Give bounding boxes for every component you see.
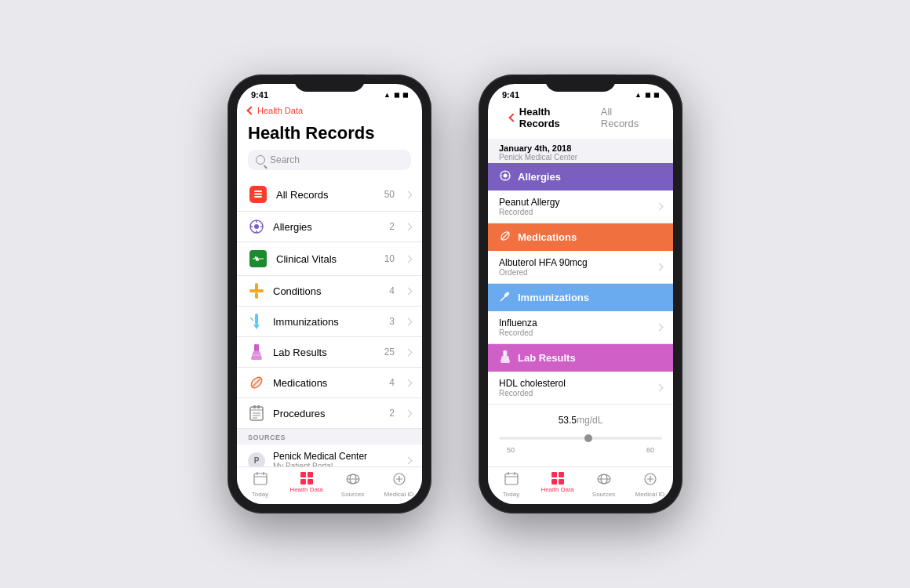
tab-medicalid-label-r: Medical ID <box>635 491 665 498</box>
chart-dot <box>584 434 592 442</box>
imm-influenza-entry[interactable]: Influenza Recorded <box>488 311 673 344</box>
allergies-cat-icon <box>499 169 511 184</box>
procedures-icon <box>248 405 265 422</box>
chevron-right-icon <box>405 457 413 465</box>
svg-point-37 <box>504 174 508 178</box>
all-records-count: 50 <box>384 189 395 200</box>
allergy-peanut-status: Recorded <box>499 208 657 216</box>
immunizations-cat-icon <box>499 290 511 305</box>
svg-rect-2 <box>254 196 262 198</box>
category-allergies-header[interactable]: Allergies <box>488 163 673 191</box>
record-date: January 4th, 2018 <box>499 143 662 153</box>
chevron-right-icon <box>405 287 413 295</box>
med-albuterol-status: Ordered <box>499 268 657 277</box>
list-item[interactable]: Lab Results 25 <box>237 337 422 368</box>
tab-today-label: Today <box>252 491 268 498</box>
chevron-right-icon <box>405 318 413 325</box>
tab-today-label-r: Today <box>503 491 519 498</box>
source-penick-icon: P <box>248 452 265 467</box>
tab-sources-left[interactable]: Sources <box>329 472 376 498</box>
svg-line-14 <box>250 318 253 321</box>
allergies-icon <box>248 218 265 235</box>
imm-influenza-status: Recorded <box>499 328 657 337</box>
tab-medicalid-right[interactable]: Medical ID <box>627 472 673 498</box>
screen-right: 9:41 ▲ ◼ ◼ Health Records All Records <box>488 84 673 504</box>
tab-sources-right[interactable]: Sources <box>581 472 627 498</box>
nav-back-left[interactable]: Health Data <box>248 106 411 115</box>
wifi-icon-r: ◼ <box>645 91 650 99</box>
svg-rect-16 <box>257 344 259 351</box>
list-item[interactable]: Medications 4 <box>237 368 422 398</box>
back-chevron-right <box>508 113 517 122</box>
nav-title-right: All Records <box>601 106 651 129</box>
status-time-right: 9:41 <box>502 90 519 100</box>
tab-today-right[interactable]: Today <box>488 472 534 498</box>
allergies-count: 2 <box>389 221 395 232</box>
nav-back-right[interactable]: Health Records <box>510 106 592 129</box>
all-records-icon-shape <box>249 186 267 203</box>
svg-rect-24 <box>257 405 260 408</box>
chevron-right-icon <box>405 348 413 356</box>
nav-bar-left: Health Data <box>237 103 422 120</box>
category-immunizations-header[interactable]: Immunizations <box>488 284 673 311</box>
tab-healthdata-right[interactable]: Health Data <box>534 472 581 498</box>
list-item[interactable]: Conditions 4 <box>237 276 422 307</box>
chevron-right-icon <box>405 255 413 263</box>
search-bar[interactable]: Search <box>248 150 411 170</box>
tab-medicalid-left[interactable]: Medical ID <box>376 472 422 498</box>
status-icons-left: ▲ ◼ ◼ <box>384 91 408 99</box>
med-albuterol-entry[interactable]: Albuterol HFA 90mcg Ordered <box>488 251 673 284</box>
chart-track <box>499 437 662 440</box>
allergies-cat-label: Allergies <box>518 171 561 183</box>
list-item[interactable]: Immunizations 3 <box>237 307 422 337</box>
status-time-left: 9:41 <box>251 90 268 100</box>
tab-sources-label: Sources <box>341 491 364 498</box>
chevron-right-icon <box>405 223 413 230</box>
svg-point-4 <box>254 224 259 229</box>
medications-label: Medications <box>273 377 381 389</box>
lab-cat-icon <box>499 350 511 365</box>
tab-healthdata-label-r: Health Data <box>541 486 573 493</box>
tab-today-icon <box>253 472 268 489</box>
chevron-right-icon <box>656 324 664 332</box>
tab-healthdata-icon <box>300 472 313 485</box>
svg-rect-48 <box>505 350 508 356</box>
category-medications-header[interactable]: Medications <box>488 223 673 251</box>
svg-line-43 <box>501 232 509 240</box>
sources-section-header: SOURCES <box>237 429 422 445</box>
signal-icon: ▲ <box>384 91 391 99</box>
svg-rect-0 <box>254 191 262 192</box>
chart-bar <box>499 430 662 446</box>
list-item[interactable]: Clinical Vitals 10 <box>237 242 422 276</box>
right-phone: 9:41 ▲ ◼ ◼ Health Records All Records <box>479 74 682 514</box>
record-source: Penick Medical Center <box>499 153 662 162</box>
allergy-peanut-text: Peanut Allergy Recorded <box>499 197 657 216</box>
tab-sources-icon-r <box>597 472 611 489</box>
vitals-label: Clinical Vitals <box>276 253 377 265</box>
tab-healthdata-left[interactable]: Health Data <box>283 472 329 498</box>
imm-influenza-text: Influenza Recorded <box>499 318 657 337</box>
list-item[interactable]: Procedures 2 <box>237 398 422 429</box>
category-lab-header[interactable]: Lab Results <box>488 344 673 372</box>
allergy-peanut-entry[interactable]: Peanut Allergy Recorded <box>488 191 673 223</box>
lab-hdl-name: HDL cholesterol <box>499 378 657 389</box>
source-item-penick[interactable]: P Penick Medical Center My Patient Porta… <box>237 445 422 466</box>
vitals-icon <box>248 249 268 269</box>
search-placeholder: Search <box>270 154 300 165</box>
list-item[interactable]: Allergies 2 <box>237 212 422 242</box>
lab-hdl-text: HDL cholesterol Recorded <box>499 378 657 397</box>
immunizations-count: 3 <box>389 316 395 327</box>
procedures-count: 2 <box>389 408 395 419</box>
chart-max-label: 60 <box>646 446 654 454</box>
lab-chart-section: 53.5mg/dL 50 60 <box>488 405 673 460</box>
lab-hdl-entry[interactable]: HDL cholesterol Recorded <box>488 372 673 405</box>
tab-today-left[interactable]: Today <box>237 472 283 498</box>
allergy-peanut-name: Peanut Allergy <box>499 197 657 208</box>
medications-cat-label: Medications <box>518 231 577 243</box>
vitals-count: 10 <box>384 253 395 264</box>
medications-icon <box>248 374 265 391</box>
chevron-right-icon <box>405 379 413 387</box>
procedures-label: Procedures <box>273 408 381 419</box>
tab-healthdata-label: Health Data <box>289 486 322 493</box>
list-item[interactable]: All Records 50 <box>237 178 422 212</box>
